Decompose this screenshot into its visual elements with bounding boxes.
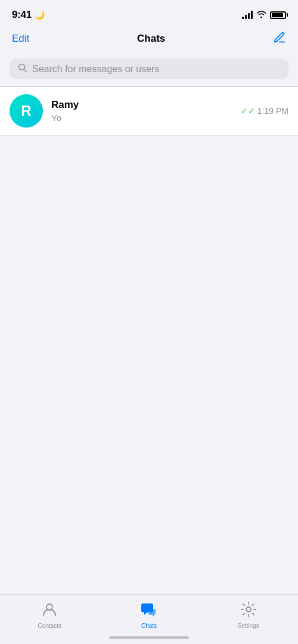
- home-indicator: [109, 636, 189, 639]
- compose-button[interactable]: [273, 31, 286, 47]
- svg-point-3: [246, 607, 251, 612]
- chat-info: Ramy Yo: [51, 99, 232, 123]
- status-bar: 9:41 🌙: [0, 0, 298, 26]
- settings-icon: [240, 601, 257, 620]
- moon-icon: 🌙: [35, 10, 45, 20]
- svg-line-1: [24, 70, 27, 72]
- avatar: R: [10, 94, 43, 128]
- contacts-tab-label: Contacts: [38, 623, 61, 629]
- time-label: 1:19 PM: [257, 106, 288, 116]
- signal-icon: [242, 11, 253, 19]
- chat-time: ✓✓ 1:19 PM: [241, 106, 288, 116]
- chat-preview: Yo: [51, 113, 232, 123]
- search-bar[interactable]: Search for messages or users: [10, 58, 288, 79]
- delivered-icon: ✓✓: [241, 106, 255, 116]
- tab-contacts[interactable]: Contacts: [0, 601, 100, 629]
- status-time: 9:41: [12, 9, 32, 21]
- chat-meta: ✓✓ 1:19 PM: [241, 106, 288, 116]
- page-title: Chats: [137, 33, 165, 45]
- battery-icon: [270, 11, 286, 19]
- contacts-icon: [41, 601, 58, 620]
- nav-bar: Edit Chats: [0, 26, 298, 54]
- settings-tab-label: Settings: [238, 623, 259, 629]
- search-icon: [18, 63, 27, 75]
- tab-chats[interactable]: Chats: [100, 601, 199, 629]
- status-icons: [242, 10, 286, 20]
- chat-list: R Ramy Yo ✓✓ 1:19 PM: [0, 86, 298, 135]
- avatar-letter: R: [21, 103, 31, 119]
- wifi-icon: [256, 10, 266, 20]
- search-placeholder: Search for messages or users: [32, 64, 159, 75]
- tab-settings[interactable]: Settings: [198, 601, 298, 629]
- search-container: Search for messages or users: [0, 54, 298, 86]
- table-row[interactable]: R Ramy Yo ✓✓ 1:19 PM: [0, 87, 298, 135]
- chats-icon: [140, 601, 158, 620]
- chat-name: Ramy: [51, 99, 232, 111]
- chats-tab-label: Chats: [141, 623, 157, 629]
- edit-button[interactable]: Edit: [12, 33, 29, 45]
